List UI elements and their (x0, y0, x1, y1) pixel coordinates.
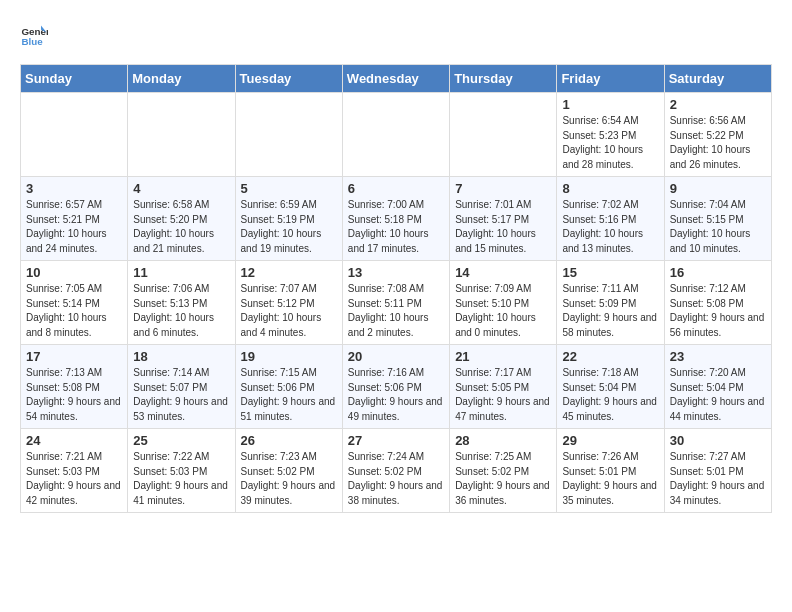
day-info: Sunrise: 7:05 AM Sunset: 5:14 PM Dayligh… (26, 282, 122, 340)
day-info: Sunrise: 7:13 AM Sunset: 5:08 PM Dayligh… (26, 366, 122, 424)
day-info: Sunrise: 7:09 AM Sunset: 5:10 PM Dayligh… (455, 282, 551, 340)
day-number: 15 (562, 265, 658, 280)
day-info: Sunrise: 7:12 AM Sunset: 5:08 PM Dayligh… (670, 282, 766, 340)
calendar-cell: 4Sunrise: 6:58 AM Sunset: 5:20 PM Daylig… (128, 177, 235, 261)
day-number: 3 (26, 181, 122, 196)
calendar-cell (450, 93, 557, 177)
day-number: 5 (241, 181, 337, 196)
day-info: Sunrise: 7:06 AM Sunset: 5:13 PM Dayligh… (133, 282, 229, 340)
day-info: Sunrise: 6:54 AM Sunset: 5:23 PM Dayligh… (562, 114, 658, 172)
calendar-cell: 7Sunrise: 7:01 AM Sunset: 5:17 PM Daylig… (450, 177, 557, 261)
day-number: 6 (348, 181, 444, 196)
calendar-week-4: 17Sunrise: 7:13 AM Sunset: 5:08 PM Dayli… (21, 345, 772, 429)
day-number: 28 (455, 433, 551, 448)
day-info: Sunrise: 7:02 AM Sunset: 5:16 PM Dayligh… (562, 198, 658, 256)
day-number: 7 (455, 181, 551, 196)
calendar-cell: 29Sunrise: 7:26 AM Sunset: 5:01 PM Dayli… (557, 429, 664, 513)
day-number: 21 (455, 349, 551, 364)
day-info: Sunrise: 7:16 AM Sunset: 5:06 PM Dayligh… (348, 366, 444, 424)
day-info: Sunrise: 7:18 AM Sunset: 5:04 PM Dayligh… (562, 366, 658, 424)
day-number: 24 (26, 433, 122, 448)
day-info: Sunrise: 7:11 AM Sunset: 5:09 PM Dayligh… (562, 282, 658, 340)
calendar-cell (21, 93, 128, 177)
day-number: 17 (26, 349, 122, 364)
day-info: Sunrise: 7:25 AM Sunset: 5:02 PM Dayligh… (455, 450, 551, 508)
day-info: Sunrise: 7:23 AM Sunset: 5:02 PM Dayligh… (241, 450, 337, 508)
calendar-cell: 19Sunrise: 7:15 AM Sunset: 5:06 PM Dayli… (235, 345, 342, 429)
day-info: Sunrise: 6:58 AM Sunset: 5:20 PM Dayligh… (133, 198, 229, 256)
calendar-cell: 21Sunrise: 7:17 AM Sunset: 5:05 PM Dayli… (450, 345, 557, 429)
day-number: 10 (26, 265, 122, 280)
calendar-week-1: 1Sunrise: 6:54 AM Sunset: 5:23 PM Daylig… (21, 93, 772, 177)
day-info: Sunrise: 7:17 AM Sunset: 5:05 PM Dayligh… (455, 366, 551, 424)
day-info: Sunrise: 7:15 AM Sunset: 5:06 PM Dayligh… (241, 366, 337, 424)
page-header: General Blue (20, 20, 772, 48)
day-number: 22 (562, 349, 658, 364)
day-number: 4 (133, 181, 229, 196)
day-info: Sunrise: 6:56 AM Sunset: 5:22 PM Dayligh… (670, 114, 766, 172)
day-number: 11 (133, 265, 229, 280)
calendar-cell (235, 93, 342, 177)
calendar-cell: 10Sunrise: 7:05 AM Sunset: 5:14 PM Dayli… (21, 261, 128, 345)
day-number: 9 (670, 181, 766, 196)
calendar-cell: 8Sunrise: 7:02 AM Sunset: 5:16 PM Daylig… (557, 177, 664, 261)
calendar-body: 1Sunrise: 6:54 AM Sunset: 5:23 PM Daylig… (21, 93, 772, 513)
calendar-cell (128, 93, 235, 177)
calendar-cell: 5Sunrise: 6:59 AM Sunset: 5:19 PM Daylig… (235, 177, 342, 261)
day-number: 2 (670, 97, 766, 112)
weekday-header-thursday: Thursday (450, 65, 557, 93)
day-info: Sunrise: 7:27 AM Sunset: 5:01 PM Dayligh… (670, 450, 766, 508)
calendar-cell: 25Sunrise: 7:22 AM Sunset: 5:03 PM Dayli… (128, 429, 235, 513)
day-info: Sunrise: 7:14 AM Sunset: 5:07 PM Dayligh… (133, 366, 229, 424)
weekday-header-row: SundayMondayTuesdayWednesdayThursdayFrid… (21, 65, 772, 93)
day-number: 8 (562, 181, 658, 196)
logo: General Blue (20, 20, 48, 48)
day-number: 1 (562, 97, 658, 112)
calendar-cell: 22Sunrise: 7:18 AM Sunset: 5:04 PM Dayli… (557, 345, 664, 429)
day-number: 18 (133, 349, 229, 364)
calendar-cell: 11Sunrise: 7:06 AM Sunset: 5:13 PM Dayli… (128, 261, 235, 345)
calendar-week-2: 3Sunrise: 6:57 AM Sunset: 5:21 PM Daylig… (21, 177, 772, 261)
weekday-header-sunday: Sunday (21, 65, 128, 93)
weekday-header-saturday: Saturday (664, 65, 771, 93)
day-number: 14 (455, 265, 551, 280)
day-number: 29 (562, 433, 658, 448)
calendar-cell: 18Sunrise: 7:14 AM Sunset: 5:07 PM Dayli… (128, 345, 235, 429)
calendar-cell: 16Sunrise: 7:12 AM Sunset: 5:08 PM Dayli… (664, 261, 771, 345)
day-info: Sunrise: 6:59 AM Sunset: 5:19 PM Dayligh… (241, 198, 337, 256)
day-number: 30 (670, 433, 766, 448)
calendar-cell: 20Sunrise: 7:16 AM Sunset: 5:06 PM Dayli… (342, 345, 449, 429)
calendar-cell: 15Sunrise: 7:11 AM Sunset: 5:09 PM Dayli… (557, 261, 664, 345)
day-info: Sunrise: 6:57 AM Sunset: 5:21 PM Dayligh… (26, 198, 122, 256)
calendar-table: SundayMondayTuesdayWednesdayThursdayFrid… (20, 64, 772, 513)
day-info: Sunrise: 7:20 AM Sunset: 5:04 PM Dayligh… (670, 366, 766, 424)
weekday-header-friday: Friday (557, 65, 664, 93)
svg-text:Blue: Blue (21, 36, 43, 47)
calendar-cell: 24Sunrise: 7:21 AM Sunset: 5:03 PM Dayli… (21, 429, 128, 513)
logo-icon: General Blue (20, 20, 48, 48)
calendar-cell: 3Sunrise: 6:57 AM Sunset: 5:21 PM Daylig… (21, 177, 128, 261)
day-number: 12 (241, 265, 337, 280)
calendar-cell: 12Sunrise: 7:07 AM Sunset: 5:12 PM Dayli… (235, 261, 342, 345)
day-number: 20 (348, 349, 444, 364)
day-number: 19 (241, 349, 337, 364)
calendar-cell: 23Sunrise: 7:20 AM Sunset: 5:04 PM Dayli… (664, 345, 771, 429)
day-info: Sunrise: 7:04 AM Sunset: 5:15 PM Dayligh… (670, 198, 766, 256)
weekday-header-monday: Monday (128, 65, 235, 93)
calendar-cell: 1Sunrise: 6:54 AM Sunset: 5:23 PM Daylig… (557, 93, 664, 177)
calendar-week-3: 10Sunrise: 7:05 AM Sunset: 5:14 PM Dayli… (21, 261, 772, 345)
day-info: Sunrise: 7:21 AM Sunset: 5:03 PM Dayligh… (26, 450, 122, 508)
day-number: 25 (133, 433, 229, 448)
calendar-cell: 17Sunrise: 7:13 AM Sunset: 5:08 PM Dayli… (21, 345, 128, 429)
calendar-cell (342, 93, 449, 177)
calendar-cell: 26Sunrise: 7:23 AM Sunset: 5:02 PM Dayli… (235, 429, 342, 513)
day-info: Sunrise: 7:26 AM Sunset: 5:01 PM Dayligh… (562, 450, 658, 508)
day-info: Sunrise: 7:07 AM Sunset: 5:12 PM Dayligh… (241, 282, 337, 340)
day-info: Sunrise: 7:24 AM Sunset: 5:02 PM Dayligh… (348, 450, 444, 508)
calendar-cell: 14Sunrise: 7:09 AM Sunset: 5:10 PM Dayli… (450, 261, 557, 345)
calendar-cell: 28Sunrise: 7:25 AM Sunset: 5:02 PM Dayli… (450, 429, 557, 513)
weekday-header-tuesday: Tuesday (235, 65, 342, 93)
day-number: 13 (348, 265, 444, 280)
calendar-cell: 27Sunrise: 7:24 AM Sunset: 5:02 PM Dayli… (342, 429, 449, 513)
day-info: Sunrise: 7:08 AM Sunset: 5:11 PM Dayligh… (348, 282, 444, 340)
